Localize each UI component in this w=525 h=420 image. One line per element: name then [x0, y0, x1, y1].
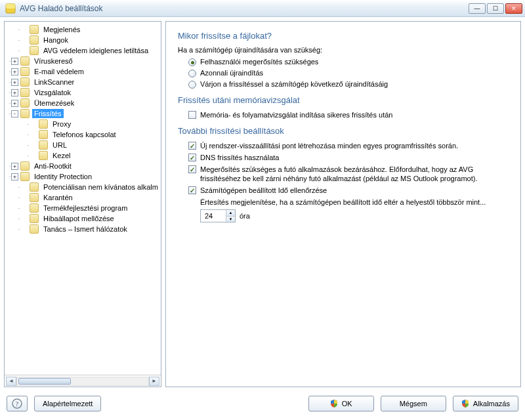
radio-input[interactable] [188, 81, 196, 89]
tree-item-label: Frissítés [32, 109, 64, 118]
tree-item[interactable]: ··+E-mail védelem [5, 66, 161, 77]
tree-item[interactable]: ··Hibaállapot mellőzése [5, 213, 161, 224]
tree-node-icon [20, 161, 30, 171]
spinner-up-button[interactable]: ▲ [226, 210, 235, 217]
content-area: ··Megjelenés··Hangok··AVG védelem ideigl… [0, 17, 525, 391]
scroll-thumb[interactable] [18, 378, 71, 385]
hours-spinner[interactable]: 24 ▲ ▼ [200, 209, 236, 222]
tree-item[interactable]: ··Kezel [5, 150, 161, 161]
tree-item-label: Identity Protection [32, 172, 94, 181]
tree-connector: ·· [18, 215, 20, 222]
section-title-memory-scan: Frissítés utáni memóriavizsgálat [178, 95, 509, 105]
cancel-button[interactable]: Mégsem [381, 396, 446, 411]
check-confirm-close-apps[interactable]: ✓ Megerősítés szükséges a futó alkalmazá… [188, 165, 509, 183]
spinner-down-button[interactable]: ▼ [226, 217, 235, 222]
checkbox-input[interactable]: ✓ [188, 165, 196, 173]
tree-item[interactable]: ··Potenciálisan nem kívánatos alkalm [5, 182, 161, 192]
tree-item[interactable]: ··Megjelenés [5, 24, 161, 35]
tree-item-label: Proxy [51, 119, 73, 129]
expand-icon[interactable]: + [11, 100, 18, 107]
expand-icon[interactable]: + [11, 173, 18, 180]
tree-item[interactable]: ··-Frissítés [5, 108, 161, 119]
expand-icon[interactable]: + [11, 163, 18, 170]
expand-icon[interactable]: + [11, 79, 18, 86]
tree-item[interactable]: ··Termékfejlesztési program [5, 203, 161, 213]
tree-item[interactable]: ··+Identity Protection [5, 171, 161, 182]
tree-item[interactable]: ··+Víruskereső [5, 56, 161, 66]
tree-item-label: LinkScanner [32, 77, 76, 87]
scroll-right-button[interactable]: ► [149, 377, 159, 386]
tree-spacer [20, 205, 28, 212]
default-button[interactable]: Alapértelmezett [34, 396, 101, 411]
expand-icon[interactable]: + [11, 58, 18, 65]
tree-spacer [30, 142, 37, 149]
checkbox-input[interactable]: ✓ [188, 142, 196, 150]
tree-item[interactable]: ··Tanács – Ismert hálózatok [5, 224, 161, 234]
tree-item-label: Potenciálisan nem kívánatos alkalm [41, 182, 160, 192]
radio-input[interactable] [188, 58, 196, 66]
hours-value[interactable]: 24 [201, 210, 226, 222]
tree-connector: ·· [9, 163, 10, 169]
checkbox-label: Számítógépen beállított Idő ellenőrzése [200, 186, 509, 195]
check-time-check[interactable]: ✓ Számítógépen beállított Idő ellenőrzés… [188, 186, 509, 195]
horizontal-scrollbar[interactable]: ◄ ► [5, 375, 161, 387]
tree-item-label: Tanács – Ismert hálózatok [41, 224, 129, 234]
tree-node-icon [39, 151, 48, 160]
tree-item[interactable]: ··Proxy [5, 119, 161, 129]
tree-connector: ·· [18, 205, 20, 211]
tree-node-icon [30, 224, 39, 234]
scroll-left-button[interactable]: ◄ [6, 377, 16, 386]
tree-item-label: Megjelenés [41, 25, 82, 34]
tree-node-icon [20, 88, 30, 97]
apply-button[interactable]: Alkalmazás [453, 396, 518, 411]
check-restore-point[interactable]: ✓ Új rendszer-visszaállítási pont létreh… [188, 141, 509, 150]
tree-item[interactable]: ··+Vizsgálatok [5, 87, 161, 98]
checkbox-input[interactable]: ✓ [188, 186, 196, 194]
checkbox-input[interactable]: ✓ [188, 111, 196, 119]
radio-wait-next-restart[interactable]: Várjon a frissítéssel a számítógép követ… [188, 80, 509, 89]
expand-icon[interactable]: + [11, 68, 18, 75]
tree-item-label: Karantén [41, 193, 75, 202]
tree-item[interactable]: ··URL [5, 140, 161, 150]
tree-node-icon [30, 203, 39, 213]
button-label: Alapértelmezett [43, 400, 93, 408]
tree-item-label: AVG védelem ideiglenes letiltása [41, 46, 150, 55]
window-title: AVG Haladó beállítások [20, 4, 467, 13]
tree-connector: ·· [27, 121, 29, 127]
tree-item[interactable]: ··+LinkScanner [5, 77, 161, 87]
tree-spacer [20, 215, 28, 222]
tree-item[interactable]: ··+Ütemezések [5, 98, 161, 108]
check-memory-scan[interactable]: ✓ Memória- és folyamatvizsgálat indítása… [188, 110, 509, 119]
tree-item[interactable]: ··Karantén [5, 192, 161, 203]
tree-node-icon [20, 67, 30, 76]
tree-connector: ·· [18, 194, 20, 201]
time-check-description: Értesítés megjelenítése, ha a számítógép… [200, 198, 509, 207]
radio-user-confirm[interactable]: Felhasználói megerősítés szükséges [188, 58, 509, 66]
svg-rect-1 [6, 4, 15, 9]
tree-node-icon [30, 214, 39, 223]
checkbox-label: Új rendszer-visszaállítási pont létrehoz… [200, 141, 509, 150]
radio-input[interactable] [188, 70, 196, 77]
expand-icon[interactable]: + [11, 89, 18, 96]
radio-label: Felhasználói megerősítés szükséges [200, 58, 318, 66]
ok-button[interactable]: OK [308, 396, 374, 411]
check-dns-update[interactable]: ✓ DNS frissítés használata [188, 153, 509, 162]
section-title-additional: További frissítési beállítások [178, 126, 509, 136]
tree-node-icon [30, 182, 39, 192]
checkbox-label: Megerősítés szükséges a futó alkalmazáso… [200, 165, 509, 183]
tree-spacer [20, 37, 28, 44]
collapse-icon[interactable]: - [11, 110, 18, 117]
tree-item[interactable]: ··+Anti-Rootkit [5, 161, 161, 171]
scroll-track[interactable] [16, 377, 149, 386]
restart-required-label: Ha a számítógép újraindítására van szüks… [178, 46, 509, 54]
maximize-button[interactable]: ☐ [487, 3, 504, 14]
tree-node-icon [30, 35, 39, 45]
minimize-button[interactable]: — [469, 3, 486, 14]
radio-immediate-restart[interactable]: Azonnali újraindítás [188, 69, 509, 77]
help-button[interactable]: ? [7, 396, 28, 411]
tree-item[interactable]: ··AVG védelem ideiglenes letiltása [5, 45, 161, 56]
tree-item[interactable]: ··Hangok [5, 35, 161, 45]
tree-item[interactable]: ··Telefonos kapcsolat [5, 129, 161, 140]
checkbox-input[interactable]: ✓ [188, 154, 196, 161]
close-button[interactable]: ✕ [505, 3, 522, 14]
